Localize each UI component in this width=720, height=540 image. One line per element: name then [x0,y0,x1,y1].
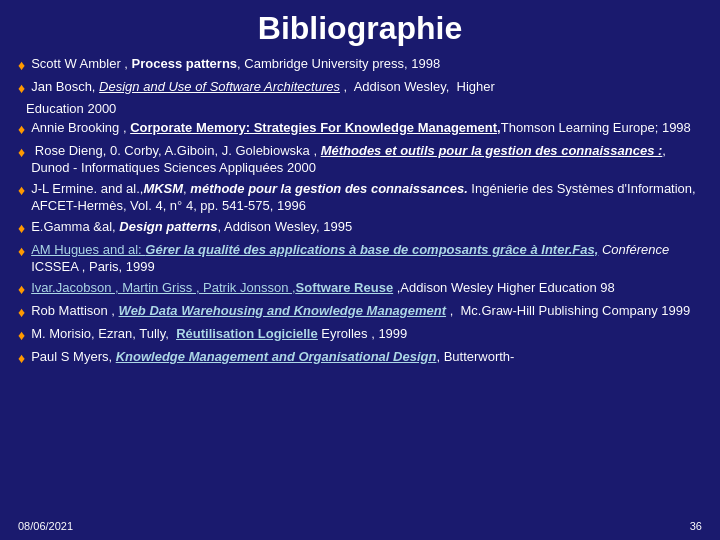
list-item: ♦ M. Morisio, Ezran, Tully, Réutilisatio… [18,325,702,345]
bullet-icon: ♦ [18,181,25,200]
list-item: ♦ E.Gamma &al, Design patterns, Addison … [18,218,702,238]
list-item: ♦ J-L Ermine. and al.,MKSM, méthode pour… [18,180,702,215]
item-text: Jan Bosch, Design and Use of Software Ar… [31,78,702,96]
bullet-icon: ♦ [18,326,25,345]
item-text: AM Hugues and al: Gérer la qualité des a… [31,241,702,276]
list-item: ♦ Paul S Myers, Knowledge Management and… [18,348,702,368]
bullet-icon: ♦ [18,56,25,75]
list-item: ♦ Rose Dieng, 0. Corby, A.Giboin, J. Gol… [18,142,702,177]
item-text: Rob Mattison , Web Data Warehousing and … [31,302,702,320]
item-text: Annie Brooking , Corporate Memory: Strat… [31,119,702,137]
item-text: E.Gamma &al, Design patterns, Addison We… [31,218,702,236]
item-text: Scott W Ambler , Process patterns, Cambr… [31,55,702,73]
list-item: ♦ Rob Mattison , Web Data Warehousing an… [18,302,702,322]
date-label: 08/06/2021 [18,520,73,532]
page: Bibliographie ♦ Scott W Ambler , Process… [0,0,720,540]
page-number: 36 [690,520,702,532]
list-item: ♦ AM Hugues and al: Gérer la qualité des… [18,241,702,276]
bullet-icon: ♦ [18,219,25,238]
bottom-bar: 08/06/2021 36 [18,520,702,532]
list-item: ♦ Scott W Ambler , Process patterns, Cam… [18,55,702,75]
bullet-icon: ♦ [18,143,25,162]
item-text: Paul S Myers, Knowledge Management and O… [31,348,702,366]
bullet-icon: ♦ [18,242,25,261]
bullet-icon: ♦ [18,79,25,98]
item-text: Ivar.Jacobson , Martin Griss , Patrik Jo… [31,279,702,297]
item-text: Rose Dieng, 0. Corby, A.Giboin, J. Goleb… [31,142,702,177]
content-area: ♦ Scott W Ambler , Process patterns, Cam… [18,55,702,518]
list-item: ♦ Jan Bosch, Design and Use of Software … [18,78,702,98]
list-item: ♦ Annie Brooking , Corporate Memory: Str… [18,119,702,139]
list-item: ♦ Ivar.Jacobson , Martin Griss , Patrik … [18,279,702,299]
page-title: Bibliographie [18,10,702,47]
bullet-icon: ♦ [18,120,25,139]
section-label: Education 2000 [18,101,702,116]
bullet-icon: ♦ [18,303,25,322]
bullet-icon: ♦ [18,349,25,368]
item-text: M. Morisio, Ezran, Tully, Réutilisation … [31,325,702,343]
bullet-icon: ♦ [18,280,25,299]
item-text: J-L Ermine. and al.,MKSM, méthode pour l… [31,180,702,215]
